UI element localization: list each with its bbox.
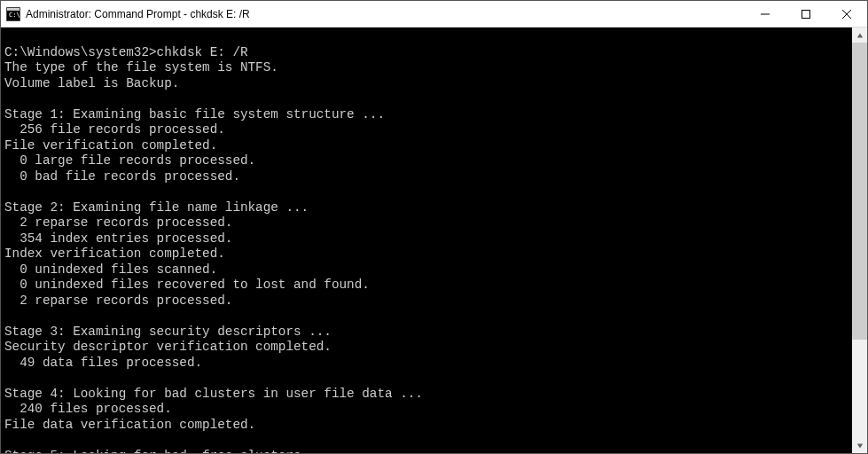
command-prompt-window: C:\ Administrator: Command Prompt - chkd…	[0, 0, 868, 454]
cmd-icon: C:\	[6, 7, 20, 21]
vertical-scrollbar[interactable]	[852, 27, 867, 453]
scrollbar-track[interactable]	[852, 43, 867, 438]
window-controls	[745, 1, 867, 27]
svg-marker-8	[856, 443, 862, 448]
scrollbar-thumb[interactable]	[852, 43, 867, 340]
scroll-up-arrow[interactable]	[852, 27, 867, 43]
window-title: Administrator: Command Prompt - chkdsk E…	[26, 8, 745, 20]
scroll-down-arrow[interactable]	[852, 438, 867, 453]
close-button[interactable]	[826, 1, 867, 27]
terminal-area: C:\Windows\system32>chkdsk E: /R The typ…	[1, 27, 867, 453]
svg-marker-7	[856, 33, 862, 37]
svg-rect-4	[802, 10, 810, 18]
svg-rect-1	[7, 8, 20, 11]
svg-text:C:\: C:\	[9, 12, 20, 19]
minimize-button[interactable]	[745, 1, 786, 27]
terminal-output[interactable]: C:\Windows\system32>chkdsk E: /R The typ…	[1, 27, 852, 453]
titlebar[interactable]: C:\ Administrator: Command Prompt - chkd…	[1, 1, 867, 27]
maximize-button[interactable]	[786, 1, 826, 27]
